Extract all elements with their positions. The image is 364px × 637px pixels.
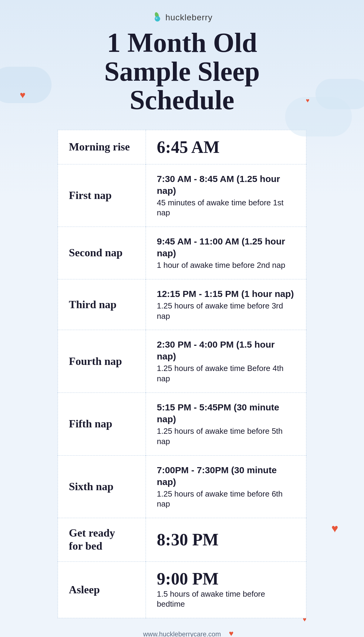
svg-point-2 [156,17,157,19]
cell-value-first-nap: 7:30 AM - 8:45 AM (1.25 hour nap) 45 min… [146,164,306,227]
logo-icon [151,12,162,23]
cell-label-sixth-nap: Sixth nap [58,455,146,518]
table-row-first-nap: First nap 7:30 AM - 8:45 AM (1.25 hour n… [58,164,306,227]
cell-label-asleep: Asleep [58,561,146,618]
cell-label-morning-rise: Morning rise [58,130,146,164]
cell-value-second-nap: 9:45 AM - 11:00 AM (1.25 hour nap) 1 hou… [146,227,306,279]
cell-label-second-nap: Second nap [58,227,146,279]
main-title: 1 Month Old Sample Sleep Schedule [104,29,260,115]
cell-label-fifth-nap: Fifth nap [58,393,146,456]
heart-decoration-bottomcenter: ♥ [229,629,234,637]
cell-label-third-nap: Third nap [58,279,146,330]
cell-value-morning-rise: 6:45 AM [146,130,306,164]
table-row-sixth-nap: Sixth nap 7:00PM - 7:30PM (30 minute nap… [58,455,306,518]
table-row-second-nap: Second nap 9:45 AM - 11:00 AM (1.25 hour… [58,227,306,279]
cell-value-fourth-nap: 2:30 PM - 4:00 PM (1.5 hour nap) 1.25 ho… [146,330,306,393]
footer-url: www.huckleberrycare.com [143,630,221,637]
logo-area: huckleberry [151,12,213,23]
table-row-fifth-nap: Fifth nap 5:15 PM - 5:45PM (30 minute na… [58,393,306,456]
heart-decoration-topleft: ♥ [20,89,25,101]
heart-decoration-bottomright: ♥ [303,616,306,623]
cell-value-fifth-nap: 5:15 PM - 5:45PM (30 minute nap) 1.25 ho… [146,393,306,456]
page-wrapper: ♥ ♥ ♥ ♥ ♥ huckleberry 1 Month Old Sample… [0,0,364,637]
table-row-get-ready: Get readyfor bed 8:30 PM [58,518,306,561]
heart-decoration-midright: ♥ [331,522,338,535]
cell-value-get-ready: 8:30 PM [146,518,306,561]
logo-text: huckleberry [165,13,213,22]
cell-label-get-ready: Get readyfor bed [58,518,146,561]
cloud-decoration-right2 [285,97,352,136]
cell-value-third-nap: 12:15 PM - 1:15 PM (1 hour nap) 1.25 hou… [146,279,306,330]
table-row-third-nap: Third nap 12:15 PM - 1:15 PM (1 hour nap… [58,279,306,330]
table-row-morning-rise: Morning rise 6:45 AM [58,130,306,164]
table-row-fourth-nap: Fourth nap 2:30 PM - 4:00 PM (1.5 hour n… [58,330,306,393]
cell-label-fourth-nap: Fourth nap [58,330,146,393]
cell-value-sixth-nap: 7:00PM - 7:30PM (30 minute nap) 1.25 hou… [146,455,306,518]
cell-label-first-nap: First nap [58,164,146,227]
schedule-table: Morning rise 6:45 AM First nap 7:30 AM -… [58,130,306,618]
table-row-asleep: Asleep 9:00 PM 1.5 hours of awake time b… [58,561,306,618]
svg-point-1 [155,16,160,22]
cloud-decoration-left [0,67,52,103]
heart-decoration-topright: ♥ [306,97,309,104]
cell-value-asleep: 9:00 PM 1.5 hours of awake time before b… [146,561,306,618]
